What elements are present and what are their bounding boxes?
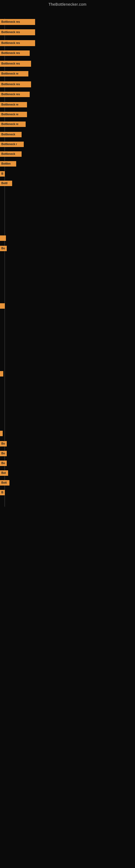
bar-label-23: Bo [0,441,7,446]
bar-label-12: Bottleneck [0,132,21,137]
bar-row-21 [0,371,3,376]
bar-label-3: Bottleneck res [0,40,35,46]
bar-label-26: Bot [0,470,8,476]
bar-row-16: B [0,171,5,177]
site-title: TheBottlenecker.com [0,0,135,8]
bar-label-4: Bottleneck res [0,51,30,56]
bar-row-1: Bottleneck res [0,19,35,25]
bar-row-26: Bot [0,470,8,476]
bar-label-16: B [0,171,5,177]
bar-row-10: Bottleneck re [0,112,27,117]
bar-label-2: Bottleneck res [0,29,35,35]
bar-row-18 [0,236,6,241]
bar-row-24: Bo [0,451,7,456]
bar-row-6: Bottleneck re [0,71,28,76]
bar-row-12: Bottleneck [0,132,21,137]
bar-row-22 [0,431,3,436]
bar-label-21 [0,371,3,376]
bar-label-19: Bo [0,246,7,251]
bar-label-13: Bottleneck r [0,142,24,147]
bar-label-10: Bottleneck re [0,112,27,117]
bar-row-5: Bottleneck res [0,61,31,67]
bar-row-3: Bottleneck res [0,40,35,46]
bar-row-13: Bottleneck r [0,142,24,147]
bar-row-7: Bottleneck res [0,82,31,87]
bar-row-17: Bottl [0,181,12,186]
bar-label-28: B [0,490,5,495]
bar-row-27: Bott [0,480,9,486]
bar-row-2: Bottleneck res [0,29,35,35]
bar-label-20 [0,303,5,309]
bar-label-27: Bott [0,480,9,486]
bar-row-15: Bottlen [0,161,16,166]
bar-label-6: Bottleneck re [0,71,28,76]
bar-label-14: Bottleneck [0,151,21,157]
bar-label-15: Bottlen [0,161,16,166]
bar-label-8: Bottleneck res [0,92,30,97]
bar-row-25: Bo [0,461,7,466]
bar-label-22 [0,431,3,436]
bar-label-1: Bottleneck res [0,19,35,25]
bar-row-8: Bottleneck res [0,92,30,97]
bar-label-11: Bottleneck re [0,122,26,127]
bar-row-23: Bo [0,441,7,446]
bar-label-5: Bottleneck res [0,61,31,67]
bar-row-19: Bo [0,246,7,251]
bar-label-18 [0,236,6,241]
chart-area: Bottleneck resBottleneck resBottleneck r… [0,13,135,868]
bar-label-17: Bottl [0,181,12,186]
bar-row-14: Bottleneck [0,151,21,157]
bar-row-4: Bottleneck res [0,51,30,56]
bar-label-25: Bo [0,461,7,466]
bar-row-20 [0,303,5,309]
bar-label-7: Bottleneck res [0,82,31,87]
bar-label-24: Bo [0,451,7,456]
bar-row-11: Bottleneck re [0,122,26,127]
bar-label-9: Bottleneck re [0,102,27,107]
bar-row-9: Bottleneck re [0,102,27,107]
bar-row-28: B [0,490,5,495]
